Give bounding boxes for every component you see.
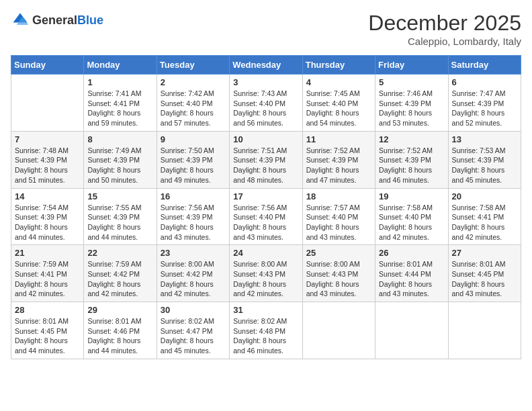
cell-day-number: 31 [233,305,298,315]
calendar-cell: 12Sunrise: 7:52 AM Sunset: 4:39 PM Dayli… [375,131,448,188]
cell-day-number: 11 [306,134,371,144]
calendar-cell: 16Sunrise: 7:56 AM Sunset: 4:39 PM Dayli… [157,188,229,245]
cell-day-number: 10 [233,134,298,144]
calendar-body: 1Sunrise: 7:41 AM Sunset: 4:41 PM Daylig… [11,75,521,359]
calendar-week-row: 1Sunrise: 7:41 AM Sunset: 4:41 PM Daylig… [11,75,521,132]
calendar-cell: 4Sunrise: 7:45 AM Sunset: 4:40 PM Daylig… [302,75,375,132]
cell-info: Sunrise: 8:00 AM Sunset: 4:43 PM Dayligh… [233,259,298,299]
weekday-header: Sunday [11,56,84,75]
cell-info: Sunrise: 8:01 AM Sunset: 4:45 PM Dayligh… [452,259,517,299]
calendar-cell: 25Sunrise: 8:00 AM Sunset: 4:43 PM Dayli… [302,245,375,302]
calendar-cell: 7Sunrise: 7:48 AM Sunset: 4:39 PM Daylig… [11,131,84,188]
calendar-cell: 22Sunrise: 7:59 AM Sunset: 4:42 PM Dayli… [84,245,157,302]
title-area: December 2025 Caleppio, Lombardy, Italy [368,11,521,47]
cell-info: Sunrise: 7:43 AM Sunset: 4:40 PM Dayligh… [233,89,298,128]
cell-day-number: 19 [379,191,444,201]
cell-day-number: 29 [87,305,152,315]
calendar-cell: 5Sunrise: 7:46 AM Sunset: 4:39 PM Daylig… [375,75,448,132]
cell-day-number: 7 [15,134,80,144]
calendar-cell: 28Sunrise: 8:01 AM Sunset: 4:45 PM Dayli… [11,302,84,359]
logo: GeneralBlue [11,11,103,30]
cell-day-number: 24 [233,248,298,258]
calendar-cell: 15Sunrise: 7:55 AM Sunset: 4:39 PM Dayli… [84,188,157,245]
calendar-week-row: 7Sunrise: 7:48 AM Sunset: 4:39 PM Daylig… [11,131,521,188]
weekday-header: Saturday [448,56,521,75]
calendar-cell: 17Sunrise: 7:56 AM Sunset: 4:40 PM Dayli… [230,188,302,245]
weekday-header-row: SundayMondayTuesdayWednesdayThursdayFrid… [11,56,521,75]
cell-day-number: 4 [306,77,371,87]
calendar-cell: 30Sunrise: 8:02 AM Sunset: 4:47 PM Dayli… [157,302,229,359]
cell-day-number: 23 [161,248,226,258]
calendar-cell: 2Sunrise: 7:42 AM Sunset: 4:40 PM Daylig… [157,75,229,132]
calendar-cell: 18Sunrise: 7:57 AM Sunset: 4:40 PM Dayli… [302,188,375,245]
calendar-week-row: 14Sunrise: 7:54 AM Sunset: 4:39 PM Dayli… [11,188,521,245]
cell-info: Sunrise: 7:52 AM Sunset: 4:39 PM Dayligh… [379,146,444,185]
cell-info: Sunrise: 8:00 AM Sunset: 4:42 PM Dayligh… [161,259,226,299]
cell-info: Sunrise: 7:51 AM Sunset: 4:39 PM Dayligh… [233,146,298,185]
cell-day-number: 6 [452,77,517,87]
cell-info: Sunrise: 7:45 AM Sunset: 4:40 PM Dayligh… [306,89,371,128]
calendar-cell: 14Sunrise: 7:54 AM Sunset: 4:39 PM Dayli… [11,188,84,245]
calendar-cell: 21Sunrise: 7:59 AM Sunset: 4:41 PM Dayli… [11,245,84,302]
cell-day-number: 13 [452,134,517,144]
cell-day-number: 27 [452,248,517,258]
cell-info: Sunrise: 8:01 AM Sunset: 4:44 PM Dayligh… [379,259,444,299]
calendar-cell: 6Sunrise: 7:47 AM Sunset: 4:39 PM Daylig… [448,75,521,132]
logo-icon [11,11,30,30]
calendar-cell [11,75,84,132]
cell-day-number: 14 [15,191,80,201]
cell-info: Sunrise: 8:01 AM Sunset: 4:45 PM Dayligh… [15,316,80,356]
weekday-header: Tuesday [157,56,229,75]
header: GeneralBlue December 2025 Caleppio, Lomb… [11,11,521,47]
logo-text-general: General [32,13,77,27]
cell-info: Sunrise: 7:59 AM Sunset: 4:42 PM Dayligh… [87,259,152,299]
cell-day-number: 12 [379,134,444,144]
calendar-cell: 24Sunrise: 8:00 AM Sunset: 4:43 PM Dayli… [230,245,302,302]
cell-info: Sunrise: 7:42 AM Sunset: 4:40 PM Dayligh… [161,89,226,128]
calendar-cell: 3Sunrise: 7:43 AM Sunset: 4:40 PM Daylig… [230,75,302,132]
calendar-cell: 9Sunrise: 7:50 AM Sunset: 4:39 PM Daylig… [157,131,229,188]
calendar-cell: 11Sunrise: 7:52 AM Sunset: 4:39 PM Dayli… [302,131,375,188]
cell-info: Sunrise: 7:57 AM Sunset: 4:40 PM Dayligh… [306,203,371,242]
cell-day-number: 22 [87,248,152,258]
weekday-header: Thursday [302,56,375,75]
cell-info: Sunrise: 7:53 AM Sunset: 4:39 PM Dayligh… [452,146,517,185]
cell-info: Sunrise: 7:48 AM Sunset: 4:39 PM Dayligh… [15,146,80,185]
cell-day-number: 28 [15,305,80,315]
cell-day-number: 25 [306,248,371,258]
cell-day-number: 8 [87,134,152,144]
cell-day-number: 9 [161,134,226,144]
cell-day-number: 17 [233,191,298,201]
cell-day-number: 16 [161,191,226,201]
location-title: Caleppio, Lombardy, Italy [368,36,521,47]
month-title: December 2025 [368,11,521,36]
cell-day-number: 20 [452,191,517,201]
calendar-cell: 19Sunrise: 7:58 AM Sunset: 4:40 PM Dayli… [375,188,448,245]
cell-info: Sunrise: 7:46 AM Sunset: 4:39 PM Dayligh… [379,89,444,128]
calendar-cell: 20Sunrise: 7:58 AM Sunset: 4:41 PM Dayli… [448,188,521,245]
cell-day-number: 30 [161,305,226,315]
cell-info: Sunrise: 8:00 AM Sunset: 4:43 PM Dayligh… [306,259,371,299]
cell-day-number: 1 [87,77,152,87]
weekday-header: Friday [375,56,448,75]
calendar-week-row: 28Sunrise: 8:01 AM Sunset: 4:45 PM Dayli… [11,302,521,359]
cell-info: Sunrise: 7:55 AM Sunset: 4:39 PM Dayligh… [87,203,152,242]
calendar-cell: 8Sunrise: 7:49 AM Sunset: 4:39 PM Daylig… [84,131,157,188]
weekday-header: Monday [84,56,157,75]
cell-info: Sunrise: 7:47 AM Sunset: 4:39 PM Dayligh… [452,89,517,128]
cell-info: Sunrise: 7:41 AM Sunset: 4:41 PM Dayligh… [87,89,152,128]
calendar-cell: 1Sunrise: 7:41 AM Sunset: 4:41 PM Daylig… [84,75,157,132]
calendar-cell: 10Sunrise: 7:51 AM Sunset: 4:39 PM Dayli… [230,131,302,188]
cell-info: Sunrise: 7:49 AM Sunset: 4:39 PM Dayligh… [87,146,152,185]
calendar-cell [302,302,375,359]
cell-info: Sunrise: 7:59 AM Sunset: 4:41 PM Dayligh… [15,259,80,299]
cell-info: Sunrise: 7:56 AM Sunset: 4:40 PM Dayligh… [233,203,298,242]
calendar-week-row: 21Sunrise: 7:59 AM Sunset: 4:41 PM Dayli… [11,245,521,302]
cell-day-number: 2 [161,77,226,87]
cell-day-number: 3 [233,77,298,87]
calendar-cell: 29Sunrise: 8:01 AM Sunset: 4:46 PM Dayli… [84,302,157,359]
calendar-table: SundayMondayTuesdayWednesdayThursdayFrid… [11,55,521,359]
cell-day-number: 5 [379,77,444,87]
cell-info: Sunrise: 7:56 AM Sunset: 4:39 PM Dayligh… [161,203,226,242]
cell-day-number: 26 [379,248,444,258]
